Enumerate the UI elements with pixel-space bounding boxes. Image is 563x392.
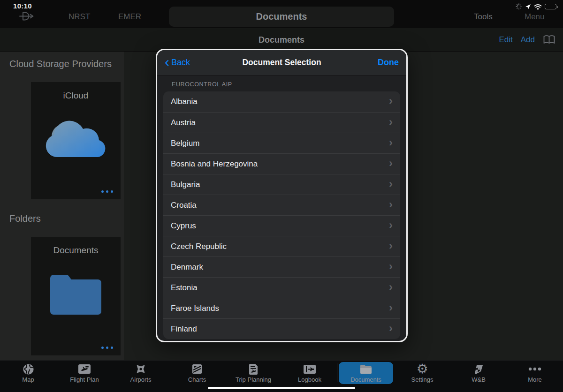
- top-title-documents-button[interactable]: Documents: [169, 7, 394, 27]
- chevron-right-icon: ›: [389, 220, 393, 230]
- activity-spinner-icon: [516, 3, 522, 10]
- list-item-country[interactable]: Czech Republic›: [163, 236, 400, 256]
- more-dots-icon: [528, 363, 541, 375]
- tab-map[interactable]: Map: [0, 361, 56, 392]
- list-item-country[interactable]: Faroe Islands›: [163, 298, 400, 318]
- airports-beacon-icon: [135, 363, 147, 375]
- menu-button[interactable]: Menu: [525, 12, 545, 22]
- charts-icon: [191, 363, 203, 375]
- chevron-right-icon: ›: [389, 241, 393, 250]
- section-header-cloud-providers: Cloud Storage Providers: [9, 59, 112, 69]
- modal-header: ‹ Back Document Selection Done: [157, 50, 406, 75]
- back-button[interactable]: ‹ Back: [165, 58, 190, 68]
- section-header-folders: Folders: [9, 213, 41, 224]
- weight-balance-icon: [473, 363, 485, 375]
- documents-folder-card[interactable]: Documents: [31, 237, 121, 355]
- list-section-header: EUROCONTROL AIP: [172, 81, 400, 88]
- tab-weight-balance[interactable]: W&B: [450, 361, 507, 392]
- chevron-right-icon: ›: [389, 96, 393, 106]
- list-item-country[interactable]: Austria›: [163, 112, 400, 133]
- emer-button[interactable]: EMER: [118, 12, 141, 22]
- folder-icon: [48, 272, 104, 315]
- done-button[interactable]: Done: [378, 58, 399, 68]
- settings-gear-icon: ⚙: [416, 363, 428, 375]
- page-title: Documents: [0, 28, 563, 52]
- chevron-right-icon: ›: [389, 303, 393, 312]
- tab-airports[interactable]: Airports: [113, 361, 169, 392]
- location-arrow-icon: [525, 4, 531, 10]
- document-selection-modal: ‹ Back Document Selection Done EUROCONTR…: [156, 49, 408, 342]
- trip-planning-icon: [249, 363, 258, 375]
- chevron-right-icon: ›: [389, 324, 393, 333]
- battery-full-icon: [545, 4, 556, 9]
- modal-body: EUROCONTROL AIP Albania› Austria› Belgiu…: [157, 81, 406, 339]
- list-item-country[interactable]: Bulgaria›: [163, 174, 400, 195]
- list-item-country[interactable]: Finland›: [163, 318, 400, 339]
- list-item-country[interactable]: Albania›: [163, 91, 400, 112]
- documents-card-menu-dots-icon[interactable]: [101, 347, 113, 349]
- app-screen: 10:10: [0, 0, 563, 392]
- direct-to-icon[interactable]: [19, 11, 35, 21]
- tab-separator: [337, 363, 337, 382]
- list-item-country[interactable]: Croatia›: [163, 195, 400, 215]
- documents-header-bar: Documents Edit Add: [0, 28, 563, 52]
- icloud-card-menu-dots-icon[interactable]: [101, 190, 113, 193]
- nrst-button[interactable]: NRST: [68, 12, 90, 22]
- country-list: Albania› Austria› Belgium› Bosnia and He…: [163, 91, 400, 339]
- icloud-cloud-icon: [40, 114, 111, 162]
- add-button[interactable]: Add: [521, 35, 535, 45]
- logbook-icon: [303, 363, 316, 375]
- catalog-book-icon[interactable]: [543, 35, 555, 45]
- tab-settings[interactable]: ⚙ Settings: [394, 361, 450, 392]
- documents-sidebar: Cloud Storage Providers iCloud: [0, 52, 124, 360]
- chevron-right-icon: ›: [389, 262, 393, 271]
- list-item-country[interactable]: Bosnia and Herzegovina›: [163, 153, 400, 174]
- list-item-country[interactable]: Estonia›: [163, 277, 400, 298]
- documents-card-label: Documents: [31, 245, 121, 256]
- bottom-tab-bar: Map Flight Plan: [0, 360, 563, 392]
- documents-folder-icon: [359, 363, 373, 375]
- chevron-right-icon: ›: [389, 179, 393, 188]
- chevron-right-icon: ›: [389, 138, 393, 147]
- list-item-country[interactable]: Cyprus›: [163, 215, 400, 236]
- tab-more[interactable]: More: [507, 361, 563, 392]
- tab-flight-plan[interactable]: Flight Plan: [56, 361, 113, 392]
- wifi-icon: [534, 4, 542, 10]
- modal-title: Document Selection: [157, 58, 406, 68]
- back-chevron-icon: ‹: [165, 56, 169, 68]
- tools-button[interactable]: Tools: [474, 12, 493, 22]
- edit-button[interactable]: Edit: [499, 35, 512, 45]
- icloud-card-label: iCloud: [31, 90, 121, 101]
- icloud-card[interactable]: iCloud: [31, 82, 121, 199]
- list-item-country[interactable]: Denmark›: [163, 256, 400, 277]
- flight-plan-icon: [78, 363, 91, 375]
- map-globe-icon: [23, 363, 34, 375]
- clock-time: 10:10: [13, 2, 32, 10]
- home-indicator[interactable]: [208, 387, 355, 389]
- top-nav-bar: 10:10: [0, 0, 563, 28]
- chevron-right-icon: ›: [389, 158, 393, 168]
- chevron-right-icon: ›: [389, 200, 393, 209]
- list-item-country[interactable]: Belgium›: [163, 133, 400, 153]
- status-icons: [516, 3, 556, 10]
- chevron-right-icon: ›: [389, 117, 393, 127]
- chevron-right-icon: ›: [389, 282, 393, 292]
